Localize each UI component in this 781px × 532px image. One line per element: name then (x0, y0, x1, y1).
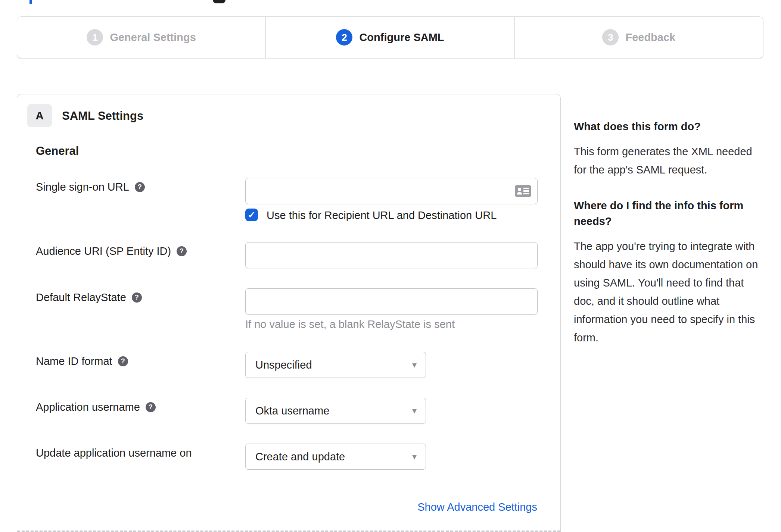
saml-config-screen: 1 General Settings 2 Configure SAML 3 Fe… (0, 0, 781, 532)
relay-state-label-row: Default RelayState ? (36, 291, 142, 304)
sso-url-input-wrap (245, 178, 538, 204)
audience-help-icon[interactable]: ? (177, 246, 187, 256)
step-1-label: General Settings (110, 31, 196, 44)
name-id-help-icon[interactable]: ? (118, 356, 128, 366)
contact-card-icon (514, 185, 532, 197)
name-id-format-select[interactable]: Unspecified ▾ (245, 352, 426, 378)
chevron-down-icon: ▾ (412, 406, 417, 415)
step-3-label: Feedback (625, 31, 675, 44)
relay-state-label: Default RelayState (36, 291, 126, 304)
name-id-format-value: Unspecified (255, 359, 312, 371)
application-username-help-icon[interactable]: ? (146, 402, 156, 412)
update-username-value: Create and update (255, 451, 345, 463)
sidebar-heading-where: Where do I find the info this form needs… (574, 198, 766, 229)
clipped-blue-fragment (29, 0, 32, 4)
audience-uri-input-wrap (245, 242, 538, 268)
relay-state-input[interactable] (245, 288, 538, 314)
name-id-format-label: Name ID format (36, 355, 112, 367)
wizard-stepper: 1 General Settings 2 Configure SAML 3 Fe… (17, 16, 763, 58)
application-username-value: Okta username (255, 405, 329, 417)
update-username-label-row: Update application username on (36, 447, 192, 459)
audience-uri-label: Audience URI (SP Entity ID) (36, 245, 171, 257)
general-group-heading: General (36, 144, 79, 158)
step-3-number-badge: 3 (602, 29, 619, 46)
recipient-url-checkbox[interactable]: ✓ (245, 209, 258, 221)
sidebar-heading-what: What does this form do? (574, 119, 766, 134)
sso-url-input[interactable] (245, 178, 538, 204)
section-a-badge: A (27, 104, 52, 127)
help-sidebar: What does this form do? This form genera… (574, 119, 766, 366)
step-feedback[interactable]: 3 Feedback (514, 17, 763, 58)
update-username-label: Update application username on (36, 447, 192, 459)
audience-uri-input[interactable] (245, 242, 538, 268)
application-username-label: Application username (36, 401, 140, 413)
step-2-label: Configure SAML (359, 31, 444, 44)
step-configure-saml[interactable]: 2 Configure SAML (265, 17, 514, 58)
relay-state-input-wrap (245, 288, 538, 314)
chevron-down-icon: ▾ (412, 452, 417, 461)
sso-url-label-row: Single sign-on URL ? (36, 181, 145, 193)
saml-settings-panel: A SAML Settings General Single sign-on U… (17, 94, 561, 532)
section-title: SAML Settings (62, 109, 143, 123)
relay-state-hint: If no value is set, a blank RelayState i… (245, 318, 455, 331)
step-1-number-badge: 1 (87, 29, 103, 46)
relay-state-help-icon[interactable]: ? (132, 292, 142, 303)
sso-url-label: Single sign-on URL (36, 181, 129, 193)
name-id-format-label-row: Name ID format ? (36, 355, 128, 367)
step-2-number-badge: 2 (336, 29, 352, 46)
clipped-dark-icon-fragment (213, 0, 225, 3)
chevron-down-icon: ▾ (412, 360, 417, 369)
audience-uri-label-row: Audience URI (SP Entity ID) ? (36, 245, 187, 257)
sidebar-body-what: This form generates the XML needed for t… (574, 143, 766, 179)
recipient-url-checkbox-label: Use this for Recipient URL and Destinati… (267, 209, 497, 222)
update-username-select[interactable]: Create and update ▾ (245, 444, 426, 470)
step-general-settings[interactable]: 1 General Settings (17, 17, 265, 58)
sidebar-body-where: The app you're trying to integrate with … (574, 237, 766, 347)
panel-bottom-dashed-divider (17, 531, 560, 532)
show-advanced-settings-link[interactable]: Show Advanced Settings (417, 501, 537, 513)
application-username-label-row: Application username ? (36, 401, 156, 413)
sso-help-icon[interactable]: ? (135, 182, 145, 192)
application-username-select[interactable]: Okta username ▾ (245, 398, 426, 424)
